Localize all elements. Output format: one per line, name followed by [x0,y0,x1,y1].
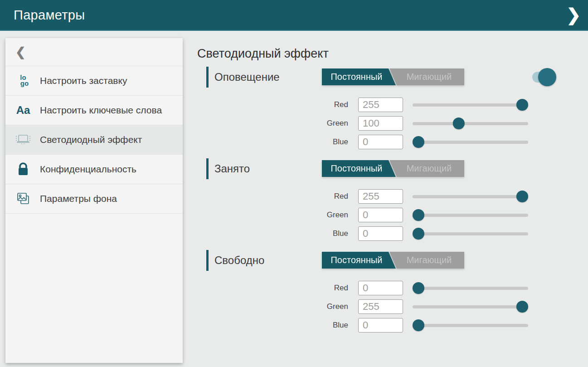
section-label: Свободно [214,250,264,271]
sidebar-item-led-effect[interactable]: Светодиодный эффект [5,125,183,155]
section-title: Светодиодный эффект [197,47,588,61]
sidebar-item-screensaver[interactable]: lo go Настроить заставку [5,66,183,96]
page-title: Параметры [14,8,85,23]
slider-track [413,103,528,107]
blue-slider[interactable] [413,318,528,333]
led-icon [13,134,34,146]
section-free: Свободно Постоянный Мигающий Red Green [197,250,588,333]
slider-track [413,232,528,235]
slider-track [413,195,528,198]
channel-label: Green [197,302,358,311]
logo-icon: lo go [13,75,34,87]
sidebar-item-keywords[interactable]: Aa Настроить ключевые слова [5,96,183,125]
slider-thumb[interactable] [413,209,424,221]
channel-row-red: Red [197,189,588,204]
channel-label: Red [197,192,358,201]
tab-constant[interactable]: Постоянный [322,252,396,269]
tab-constant[interactable]: Постоянный [322,160,396,177]
accent-bar [206,158,209,179]
section-busy: Занято Постоянный Мигающий Red Green [197,158,588,241]
green-value-input[interactable] [358,299,403,314]
slider-track [413,324,528,327]
slider-thumb[interactable] [516,99,528,111]
tab-blinking[interactable]: Мигающий [389,160,464,177]
forward-chevron-icon[interactable]: ❯ [566,5,581,25]
slider-track [413,141,528,144]
red-slider[interactable] [413,98,528,112]
sidebar-item-label: Настроить ключевые слова [40,104,162,116]
slider-track [413,122,528,125]
tab-blinking[interactable]: Мигающий [389,69,464,85]
channel-label: Blue [197,137,358,147]
led-effect-panel: Светодиодный эффект Оповещение Постоянны… [197,31,588,367]
slider-thumb[interactable] [413,319,424,331]
red-value-input[interactable] [358,189,403,204]
slider-thumb[interactable] [516,301,528,313]
tab-blinking[interactable]: Мигающий [389,252,464,269]
blue-slider[interactable] [413,135,528,149]
green-slider[interactable] [413,208,528,222]
slider-thumb[interactable] [453,117,465,129]
slider-thumb[interactable] [413,136,424,148]
keywords-icon: Aa [13,104,34,117]
accent-bar [206,67,209,88]
slider-track [413,305,528,308]
channel-row-red: Red [197,281,588,295]
sidebar-item-label: Настроить заставку [40,75,127,87]
toggle-knob [538,68,556,86]
channel-label: Green [197,210,358,220]
sidebar-item-label: Светодиодный эффект [40,134,142,146]
channel-row-green: Green [197,208,588,222]
slider-thumb[interactable] [516,191,528,202]
sidebar-item-background[interactable]: Параметры фона [5,184,183,214]
slider-track [413,214,528,217]
mode-tabs: Постоянный Мигающий [322,160,464,177]
red-slider[interactable] [413,281,528,295]
accent-bar [206,250,209,271]
green-slider[interactable] [413,299,528,314]
tab-constant[interactable]: Постоянный [322,69,396,85]
sidebar-item-privacy[interactable]: Конфиденциальность [5,155,183,184]
app-header: Параметры ❯ [0,0,588,31]
lock-icon [13,162,34,176]
channel-row-blue: Blue [197,318,588,333]
red-value-input[interactable] [358,281,403,295]
blue-value-input[interactable] [358,318,403,333]
blue-slider[interactable] [413,226,528,241]
section-label: Занято [214,158,250,179]
channel-label: Red [197,100,358,109]
back-chevron-icon: ❮ [15,45,26,59]
channel-label: Blue [197,321,358,330]
green-value-input[interactable] [358,116,403,131]
sidebar-back-button[interactable]: ❮ [5,38,183,66]
channel-label: Red [197,284,358,293]
blue-value-input[interactable] [358,226,403,241]
mode-tabs: Постоянный Мигающий [322,252,464,269]
slider-thumb[interactable] [413,282,424,294]
settings-sidebar: ❮ lo go Настроить заставку Aa Настроить … [5,38,183,363]
green-slider[interactable] [413,116,528,131]
channel-row-blue: Blue [197,135,588,149]
slider-thumb[interactable] [413,228,424,240]
channel-row-red: Red [197,98,588,112]
channel-label: Green [197,119,358,128]
channel-row-green: Green [197,116,588,131]
red-value-input[interactable] [358,98,403,112]
slider-track [413,287,528,290]
blue-value-input[interactable] [358,135,403,149]
red-slider[interactable] [413,189,528,204]
background-icon [13,192,34,206]
section-notification: Оповещение Постоянный Мигающий Red Green [197,67,588,149]
section-label: Оповещение [214,67,280,88]
mode-tabs: Постоянный Мигающий [322,69,464,85]
green-value-input[interactable] [358,208,403,222]
sidebar-item-label: Параметры фона [40,193,117,205]
channel-label: Blue [197,229,358,238]
channel-row-blue: Blue [197,226,588,241]
sidebar-item-label: Конфиденциальность [40,163,136,175]
channel-row-green: Green [197,299,588,314]
notification-toggle[interactable] [532,72,553,83]
